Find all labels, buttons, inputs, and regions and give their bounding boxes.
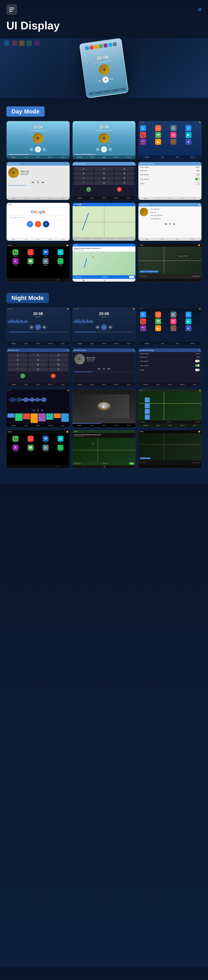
app-carplay[interactable]: ▶ bbox=[186, 132, 191, 138]
night-app-waze[interactable]: W bbox=[170, 318, 176, 325]
night-call-btn[interactable]: 📞 bbox=[20, 374, 25, 378]
key-2[interactable]: 2 bbox=[94, 167, 114, 171]
night-key-1[interactable]: 1 bbox=[8, 353, 28, 357]
night-app-music[interactable]: ♪ bbox=[155, 312, 161, 318]
app-camera[interactable]: 📷 bbox=[140, 139, 146, 145]
bt-prev[interactable]: ⏮ bbox=[32, 180, 35, 184]
key-1[interactable]: 1 bbox=[74, 167, 94, 171]
night-key-hash[interactable]: # bbox=[49, 368, 68, 371]
flower-toggle[interactable] bbox=[195, 182, 200, 185]
track-1[interactable]: 华东_何红.mp4 bbox=[150, 208, 200, 211]
night-play-2[interactable]: ⏸ bbox=[101, 324, 107, 330]
night-play-1[interactable]: ⏸ bbox=[35, 324, 41, 330]
cp-phone[interactable]: 📞 Phone bbox=[9, 249, 22, 257]
video-view[interactable]: ▶ bbox=[72, 389, 136, 423]
shortcut-2[interactable]: A bbox=[35, 221, 41, 228]
nav-map-view[interactable]: 📍 bbox=[72, 251, 136, 275]
local-prev[interactable]: ⏮ bbox=[164, 223, 167, 226]
app-call[interactable]: 📞 bbox=[140, 132, 146, 138]
night-cp-map[interactable]: 📍 bbox=[72, 438, 136, 462]
night-cp-waze[interactable]: W Waze bbox=[54, 436, 68, 443]
cp-music[interactable]: ♪ Music bbox=[24, 249, 38, 257]
bt-play[interactable]: ⏸ bbox=[36, 180, 39, 184]
shortcut-3[interactable]: F bbox=[43, 221, 49, 228]
night-app-more[interactable]: ⋯ bbox=[170, 325, 176, 331]
night-key-6[interactable]: 6 bbox=[49, 358, 68, 362]
app-waze[interactable]: W bbox=[170, 132, 176, 138]
prev-btn-1[interactable]: ⏮ bbox=[30, 147, 34, 151]
night-app-media[interactable]: ▶ bbox=[155, 325, 161, 331]
go-button[interactable]: GO bbox=[129, 276, 134, 278]
night-app-telegram[interactable]: ✈ bbox=[140, 312, 146, 318]
night-bt-play[interactable]: ⏸ bbox=[102, 367, 106, 371]
cp-settings[interactable]: ⚙ Settings bbox=[39, 258, 52, 266]
night-auto-answer-toggle[interactable] bbox=[195, 360, 200, 362]
night-app-call[interactable]: 📞 bbox=[140, 318, 146, 325]
key-6[interactable]: 6 bbox=[114, 172, 134, 176]
night-app-carplay[interactable]: ▶ bbox=[186, 318, 191, 325]
cp-messages[interactable]: 💬 Msg bbox=[24, 258, 38, 266]
key-9[interactable]: 9 bbox=[114, 176, 134, 180]
track-3[interactable]: 华东_何红_龙队.mp4 bbox=[150, 214, 200, 217]
local-next[interactable]: ⏭ bbox=[173, 223, 175, 226]
app-settings[interactable]: ⚙ bbox=[170, 125, 176, 131]
track-2[interactable]: xxxx.mp4 bbox=[150, 211, 200, 214]
wave-play[interactable]: ⏸ bbox=[37, 409, 39, 412]
night-prev-1[interactable]: ⏮ bbox=[30, 325, 34, 329]
cp-prev[interactable]: ⏮ bbox=[192, 275, 195, 277]
night-app-nav[interactable]: 🗺 bbox=[155, 318, 161, 325]
cp-next[interactable]: ⏭ bbox=[198, 275, 200, 277]
night-key-3[interactable]: 3 bbox=[49, 353, 68, 357]
key-8[interactable]: 8 bbox=[94, 176, 114, 180]
track-4[interactable]: 未知_艺术家.mp3 bbox=[150, 217, 200, 221]
cp-waze[interactable]: W Waze bbox=[54, 249, 68, 257]
night-app-bt[interactable]: B bbox=[186, 312, 191, 318]
prev-btn-2[interactable]: ⏮ bbox=[96, 147, 100, 151]
map-view[interactable] bbox=[72, 206, 136, 237]
google-search-bar[interactable]: 🔍 Search or type URL bbox=[8, 215, 68, 219]
night-key-7[interactable]: 7 bbox=[8, 363, 28, 367]
call-button[interactable]: 📞 bbox=[87, 187, 91, 192]
night-key-star[interactable]: * bbox=[8, 368, 28, 371]
night-app-extra[interactable]: ★ bbox=[186, 325, 191, 331]
next-btn-1[interactable]: ⏭ bbox=[42, 147, 46, 151]
night-key-4[interactable]: 4 bbox=[8, 358, 28, 362]
night-cp-play-btn[interactable]: ▶ bbox=[195, 461, 197, 464]
app-music[interactable]: ♪ bbox=[155, 125, 161, 131]
auto-connect-toggle[interactable] bbox=[195, 178, 200, 180]
cp-spotify[interactable]: ♪ Spotify bbox=[54, 258, 68, 266]
wave-next[interactable]: ⏭ bbox=[41, 409, 44, 412]
night-bt-next[interactable]: ⏭ bbox=[108, 367, 110, 371]
video-play-overlay[interactable]: ▶ bbox=[101, 403, 107, 410]
app-media[interactable]: ▶ bbox=[155, 139, 161, 145]
night-cp-next-btn[interactable]: ⏭ bbox=[198, 461, 200, 464]
bt-music-close[interactable]: ✕ bbox=[67, 163, 68, 165]
end-call-button[interactable]: ✕ bbox=[117, 187, 121, 192]
menu-button[interactable] bbox=[6, 4, 17, 15]
night-key-2[interactable]: 2 bbox=[28, 353, 48, 357]
wave-prev[interactable]: ⏮ bbox=[33, 409, 35, 412]
play-btn-1[interactable]: ⏸ bbox=[35, 146, 41, 153]
night-key-5[interactable]: 5 bbox=[28, 358, 48, 362]
night-cp-settings[interactable]: ⚙ Settings bbox=[39, 445, 52, 452]
key-0[interactable]: 0 bbox=[94, 181, 114, 185]
app-more[interactable]: ⋯ bbox=[170, 139, 176, 145]
app-extra[interactable]: ★ bbox=[186, 139, 191, 145]
key-4[interactable]: 4 bbox=[74, 172, 94, 176]
app-bt[interactable]: B bbox=[186, 125, 191, 131]
night-cp-music[interactable]: ♪ Music bbox=[24, 436, 38, 443]
night-key-0[interactable]: 0 bbox=[28, 368, 48, 371]
app-telegram[interactable]: ✈ bbox=[140, 125, 146, 131]
night-cp-phone[interactable]: 📞 Phone bbox=[9, 436, 22, 443]
key-5[interactable]: 5 bbox=[94, 172, 114, 176]
key-star[interactable]: * bbox=[74, 181, 94, 185]
night-key-8[interactable]: 8 bbox=[28, 363, 48, 367]
night-prev-2[interactable]: ⏮ bbox=[96, 325, 100, 329]
night-cp-prev-btn[interactable]: ⏮ bbox=[192, 461, 195, 464]
night-flower-toggle[interactable] bbox=[195, 369, 200, 371]
night-app-settings[interactable]: ⚙ bbox=[170, 312, 176, 318]
night-cp-msg[interactable]: 💬 Msg bbox=[24, 445, 38, 452]
key-hash[interactable]: # bbox=[114, 181, 134, 185]
night-map-view[interactable]: ↑ → ↓ ← bbox=[139, 392, 202, 420]
night-cp-spotify[interactable]: ♪ Spotify bbox=[54, 445, 68, 452]
